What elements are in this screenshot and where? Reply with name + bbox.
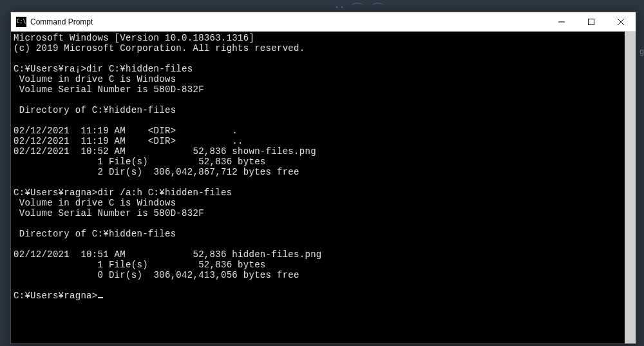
terminal-output[interactable]: Microsoft Windows [Version 10.0.18363.13…	[11, 32, 625, 343]
scrollbar-thumb[interactable]	[625, 32, 636, 343]
maximize-button[interactable]	[576, 12, 606, 31]
terminal-container: Microsoft Windows [Version 10.0.18363.13…	[11, 32, 636, 343]
close-icon	[618, 19, 624, 25]
minimize-button[interactable]	[547, 12, 576, 31]
minimize-icon	[558, 19, 565, 25]
cmd-icon-label: C:\	[17, 19, 26, 24]
command-prompt-window: C:\ Command Prompt Microsoft Windows [Ve…	[10, 12, 636, 344]
maximize-icon	[588, 19, 594, 25]
window-title: Command Prompt	[30, 17, 547, 26]
background-side-text: g	[639, 39, 644, 64]
cursor	[98, 297, 103, 298]
close-button[interactable]	[606, 12, 636, 31]
svg-rect-1	[589, 19, 594, 24]
cmd-icon: C:\	[16, 17, 26, 27]
titlebar[interactable]: C:\ Command Prompt	[11, 12, 636, 32]
window-controls	[547, 12, 636, 31]
scrollbar[interactable]	[625, 32, 636, 343]
side-char: g	[639, 39, 644, 64]
